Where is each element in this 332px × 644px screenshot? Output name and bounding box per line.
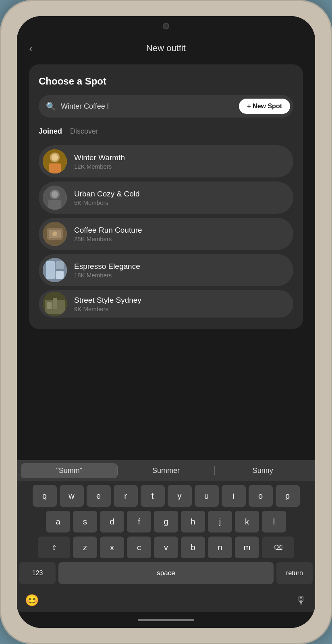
key-k[interactable]: k <box>235 511 259 533</box>
key-a[interactable]: a <box>46 511 70 533</box>
key-row-1: q w e r t y u i o p <box>19 485 313 507</box>
keyboard: q w e r t y u i o p a s d f g <box>17 481 315 590</box>
home-indicator-area <box>17 612 315 628</box>
phone-frame: ‹ New outfit Choose a Spot 🔍 Winter Coff… <box>0 0 332 644</box>
key-r[interactable]: r <box>114 485 138 507</box>
key-v[interactable]: v <box>154 537 178 558</box>
spot-members-3: 28K Members <box>74 235 142 242</box>
autocomplete-sunny[interactable]: Sunny <box>215 463 311 478</box>
search-icon: 🔍 <box>46 101 56 111</box>
nav-header: ‹ New outfit <box>17 36 315 60</box>
key-z[interactable]: z <box>73 537 97 558</box>
modal-card: Choose a Spot 🔍 Winter Coffee l + New Sp… <box>29 64 303 329</box>
key-t[interactable]: t <box>141 485 165 507</box>
return-key[interactable]: return <box>276 562 313 584</box>
key-o[interactable]: o <box>249 485 273 507</box>
svg-rect-19 <box>53 298 57 309</box>
key-g[interactable]: g <box>154 511 178 533</box>
modal-title: Choose a Spot <box>39 76 293 87</box>
spot-avatar-3 <box>43 222 67 246</box>
spot-item-2[interactable]: Urban Cozy & Cold 5K Members <box>39 182 293 214</box>
tabs-container: Joined Discover <box>39 127 293 137</box>
spot-item-1[interactable]: Winter Warmth 12K Members <box>39 145 293 178</box>
content-area: Choose a Spot 🔍 Winter Coffee l + New Sp… <box>17 60 315 460</box>
svg-point-3 <box>52 154 58 161</box>
spot-name-3: Coffee Run Couture <box>74 226 142 235</box>
spot-name-5: Street Style Sydney <box>74 296 141 305</box>
spot-list: Winter Warmth 12K Members <box>39 145 293 318</box>
spot-name-1: Winter Warmth <box>74 153 125 162</box>
svg-rect-15 <box>56 271 64 279</box>
svg-rect-18 <box>47 302 52 309</box>
spot-item-3[interactable]: Coffee Run Couture 28K Members <box>39 218 293 250</box>
phone-screen: ‹ New outfit Choose a Spot 🔍 Winter Coff… <box>17 16 315 628</box>
key-b[interactable]: b <box>181 537 205 558</box>
spot-members-5: 9K Members <box>74 305 141 312</box>
svg-rect-6 <box>48 200 61 210</box>
spot-avatar-4 <box>43 258 67 282</box>
key-w[interactable]: w <box>60 485 84 507</box>
spot-info-5: Street Style Sydney 9K Members <box>74 296 141 312</box>
spot-name-4: Espresso Elegance <box>74 262 140 271</box>
key-e[interactable]: e <box>87 485 111 507</box>
svg-rect-13 <box>46 261 55 279</box>
key-n[interactable]: n <box>208 537 232 558</box>
page-title: New outfit <box>146 43 186 54</box>
spot-members-2: 5K Members <box>74 199 140 206</box>
key-y[interactable]: y <box>168 485 192 507</box>
status-bar <box>17 16 315 36</box>
autocomplete-bar: "Summ" Summer Sunny <box>17 460 315 481</box>
keyboard-area: "Summ" Summer Sunny q w e r t y u i <box>17 460 315 612</box>
search-bar[interactable]: 🔍 Winter Coffee l + New Spot <box>39 95 293 118</box>
svg-rect-14 <box>56 261 64 269</box>
spot-avatar-1 <box>43 149 67 173</box>
spot-item-5[interactable]: Street Style Sydney 9K Members <box>39 290 293 318</box>
spot-info-2: Urban Cozy & Cold 5K Members <box>74 190 140 206</box>
spot-info-3: Coffee Run Couture 28K Members <box>74 226 142 242</box>
svg-point-7 <box>52 191 58 198</box>
keyboard-bottom: 😊 🎙 <box>17 590 315 612</box>
search-input[interactable]: Winter Coffee l <box>61 102 239 111</box>
spot-item-4[interactable]: Espresso Elegance 18K Members <box>39 254 293 286</box>
key-s[interactable]: s <box>73 511 97 533</box>
camera-notch <box>163 23 169 29</box>
spot-info-1: Winter Warmth 12K Members <box>74 153 125 170</box>
spot-avatar-2 <box>43 186 67 210</box>
key-u[interactable]: u <box>195 485 219 507</box>
key-row-4: 123 space return <box>19 562 313 584</box>
autocomplete-summer[interactable]: Summer <box>118 463 214 478</box>
key-c[interactable]: c <box>127 537 151 558</box>
key-h[interactable]: h <box>181 511 205 533</box>
spot-members-4: 18K Members <box>74 272 140 279</box>
home-indicator <box>138 619 194 621</box>
key-d[interactable]: d <box>100 511 124 533</box>
key-f[interactable]: f <box>127 511 151 533</box>
new-spot-button[interactable]: + New Spot <box>239 99 290 114</box>
numbers-key[interactable]: 123 <box>19 562 56 584</box>
back-button[interactable]: ‹ <box>29 42 33 55</box>
shift-key[interactable]: ⇧ <box>38 537 70 558</box>
key-row-2: a s d f g h j k l <box>19 511 313 533</box>
spot-avatar-5 <box>43 292 67 316</box>
key-i[interactable]: i <box>222 485 246 507</box>
tab-discover[interactable]: Discover <box>70 127 98 137</box>
tab-joined[interactable]: Joined <box>39 127 62 137</box>
key-l[interactable]: l <box>262 511 286 533</box>
space-key[interactable]: space <box>58 562 274 584</box>
autocomplete-summ[interactable]: "Summ" <box>21 463 117 478</box>
key-p[interactable]: p <box>276 485 300 507</box>
spot-members-1: 12K Members <box>74 163 125 170</box>
key-q[interactable]: q <box>33 485 57 507</box>
spot-name-2: Urban Cozy & Cold <box>74 190 140 198</box>
mic-icon[interactable]: 🎙 <box>296 594 307 607</box>
svg-rect-2 <box>49 163 61 173</box>
key-j[interactable]: j <box>208 511 232 533</box>
spot-info-4: Espresso Elegance 18K Members <box>74 262 140 279</box>
svg-point-11 <box>52 231 57 236</box>
key-x[interactable]: x <box>100 537 124 558</box>
backspace-key[interactable]: ⌫ <box>262 537 294 558</box>
emoji-icon[interactable]: 😊 <box>25 594 39 607</box>
key-m[interactable]: m <box>235 537 259 558</box>
key-row-3: ⇧ z x c v b n m ⌫ <box>19 537 313 558</box>
